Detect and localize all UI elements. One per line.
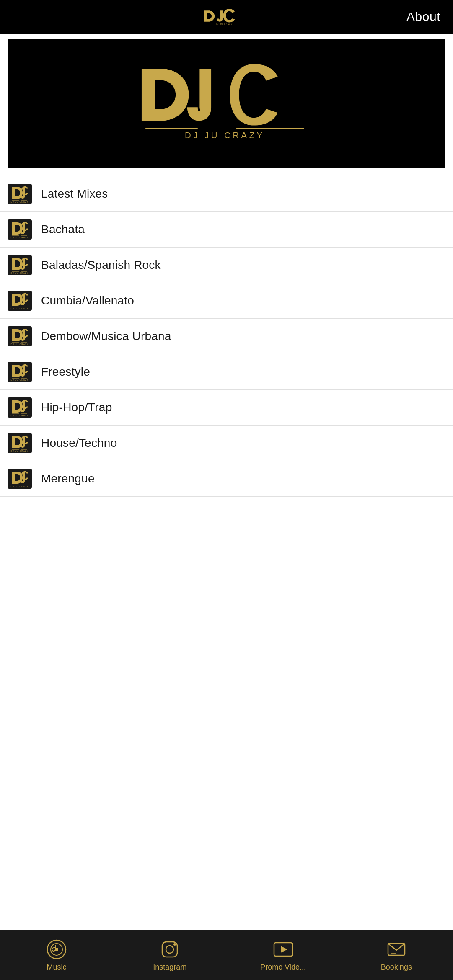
music-icon [46,939,67,960]
menu-item-label-freestyle: Freestyle [41,365,90,379]
header-logo[interactable]: DJ JU CRAZY [202,6,252,27]
svg-text:DJ JU CRAZY: DJ JU CRAZY [11,379,29,381]
menu-item-bachata[interactable]: DJ JU CRAZY Bachata [0,212,453,248]
bookings-icon [386,939,407,960]
promo-video-icon [272,939,294,960]
menu-item-hip-hop-trap[interactable]: DJ JU CRAZY Hip-Hop/Trap [0,390,453,426]
menu-item-label-merengue: Merengue [41,472,95,485]
menu-item-freestyle[interactable]: DJ JU CRAZY Freestyle [0,354,453,390]
tab-instagram-label: Instagram [153,963,186,972]
tab-promo-video[interactable]: Promo Vide... [227,930,340,980]
tab-music-label: Music [47,963,67,972]
main-content: DJ JU CRAZY DJ JU CRAZY Latest Mixes [0,39,453,551]
menu-item-icon-baladas: DJ JU CRAZY [8,255,32,275]
svg-text:DJ JU CRAZY: DJ JU CRAZY [11,414,29,417]
menu-item-icon-freestyle: DJ JU CRAZY [8,362,32,382]
menu-item-icon-cumbia: DJ JU CRAZY [8,291,32,311]
menu-item-label-baladas: Baladas/Spanish Rock [41,258,161,272]
tab-music[interactable]: Music [0,930,113,980]
menu-item-merengue[interactable]: DJ JU CRAZY Merengue [0,461,453,497]
svg-text:DJ JU CRAZY: DJ JU CRAZY [11,272,29,274]
about-button[interactable]: About [406,10,440,24]
menu-item-label-dembow: Dembow/Musica Urbana [41,330,171,343]
hero-logo-large: DJ JU CRAZY [126,55,327,152]
tab-bar: Music Instagram Promo Vide... [0,930,453,980]
menu-item-icon-dembow: DJ JU CRAZY [8,326,32,346]
svg-text:DJ JU CRAZY: DJ JU CRAZY [11,343,29,346]
svg-text:DJ JU CRAZY: DJ JU CRAZY [216,23,233,25]
menu-item-icon-bachata: DJ JU CRAZY [8,219,32,240]
menu-item-cumbia-vallenato[interactable]: DJ JU CRAZY Cumbia/Vallenato [0,283,453,319]
instagram-icon [159,939,181,960]
menu-item-icon-latest-mixes: DJ JU CRAZY [8,184,32,204]
menu-item-label-bachata: Bachata [41,223,85,236]
menu-item-icon-merengue: DJ JU CRAZY [8,469,32,489]
menu-item-label-latest-mixes: Latest Mixes [41,187,108,201]
hero-logo-container: DJ JU CRAZY [126,55,327,152]
menu-item-baladas-spanish-rock[interactable]: DJ JU CRAZY Baladas/Spanish Rock [0,248,453,283]
svg-point-37 [166,946,173,953]
tab-bookings-label: Bookings [381,963,412,972]
tab-promo-video-label: Promo Vide... [260,963,306,972]
app-header: DJ JU CRAZY About [0,0,453,34]
header-logo-svg: DJ JU CRAZY [202,6,252,27]
tab-bookings[interactable]: Bookings [340,930,453,980]
svg-text:DJ JU CRAZY: DJ JU CRAZY [11,485,29,488]
hero-banner: DJ JU CRAZY [8,39,445,168]
svg-marker-40 [281,946,287,953]
svg-text:DJ JU CRAZY: DJ JU CRAZY [185,131,265,140]
svg-text:DJ JU CRAZY: DJ JU CRAZY [11,236,29,239]
menu-item-label-hip-hop: Hip-Hop/Trap [41,401,112,414]
svg-text:DJ JU CRAZY: DJ JU CRAZY [11,450,29,452]
menu-item-house-techno[interactable]: DJ JU CRAZY House/Techno [0,426,453,461]
svg-point-38 [173,943,176,946]
menu-item-icon-house: DJ JU CRAZY [8,433,32,453]
svg-text:DJ JU CRAZY: DJ JU CRAZY [11,307,29,310]
tab-instagram[interactable]: Instagram [113,930,226,980]
menu-item-label-cumbia: Cumbia/Vallenato [41,294,134,307]
menu-item-label-house: House/Techno [41,436,117,450]
svg-text:DJ JU CRAZY: DJ JU CRAZY [11,201,29,203]
menu-item-dembow[interactable]: DJ JU CRAZY Dembow/Musica Urbana [0,319,453,354]
menu-list: DJ JU CRAZY Latest Mixes DJ JU CRAZY Bac… [0,176,453,497]
menu-item-latest-mixes[interactable]: DJ JU CRAZY Latest Mixes [0,176,453,212]
menu-item-icon-hip-hop: DJ JU CRAZY [8,397,32,418]
